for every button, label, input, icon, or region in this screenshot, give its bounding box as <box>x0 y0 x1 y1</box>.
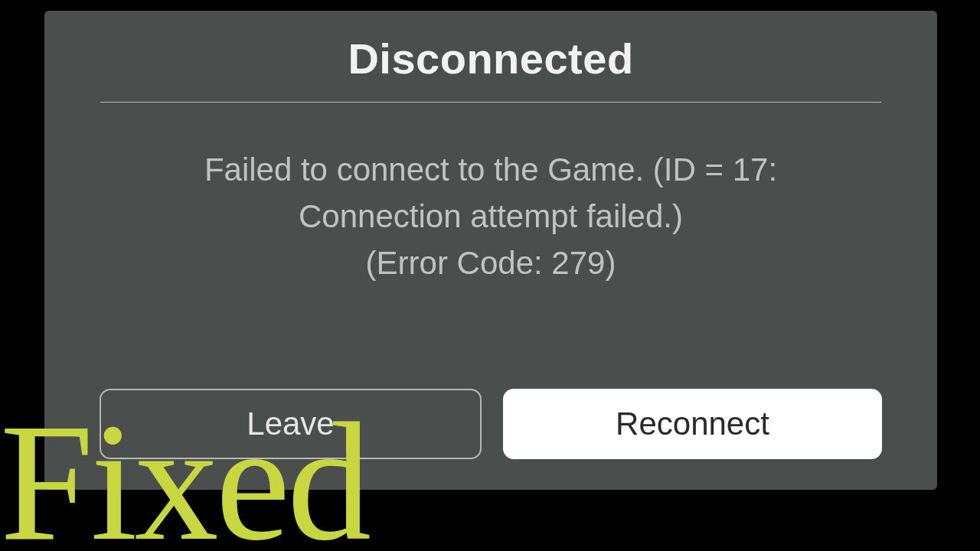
dialog-title: Disconnected <box>348 34 633 83</box>
error-message: Failed to connect to the Game. (ID = 17:… <box>204 147 777 287</box>
reconnect-button[interactable]: Reconnect <box>503 389 882 459</box>
divider <box>100 102 882 103</box>
fixed-overlay-text: Fixed <box>0 398 368 551</box>
